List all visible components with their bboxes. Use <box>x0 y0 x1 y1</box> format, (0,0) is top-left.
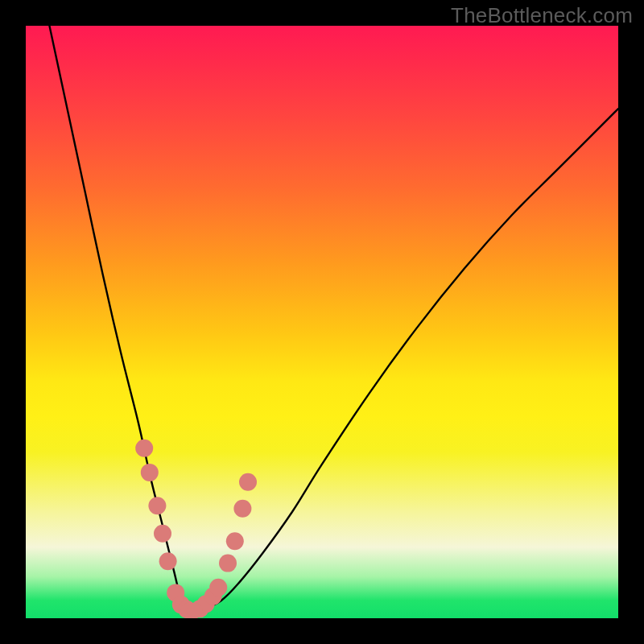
dots-layer <box>135 440 257 618</box>
data-point-dot <box>233 500 251 518</box>
watermark-text: TheBottleneck.com <box>451 3 633 28</box>
plot-area <box>26 26 618 618</box>
data-point-dot <box>148 497 166 514</box>
data-point-dot <box>141 464 159 481</box>
chart-svg <box>26 26 618 618</box>
data-point-dot <box>209 579 227 597</box>
data-point-dot <box>187 602 203 618</box>
bottleneck-curve <box>49 26 618 611</box>
data-point-dot <box>135 440 153 457</box>
data-point-dot <box>159 552 177 570</box>
curve-layer <box>49 26 618 611</box>
data-point-dot <box>219 555 237 572</box>
data-point-dot <box>154 525 171 543</box>
chart-frame: TheBottleneck.com <box>0 0 644 644</box>
data-point-dot <box>226 532 244 550</box>
data-point-dot <box>239 473 257 491</box>
